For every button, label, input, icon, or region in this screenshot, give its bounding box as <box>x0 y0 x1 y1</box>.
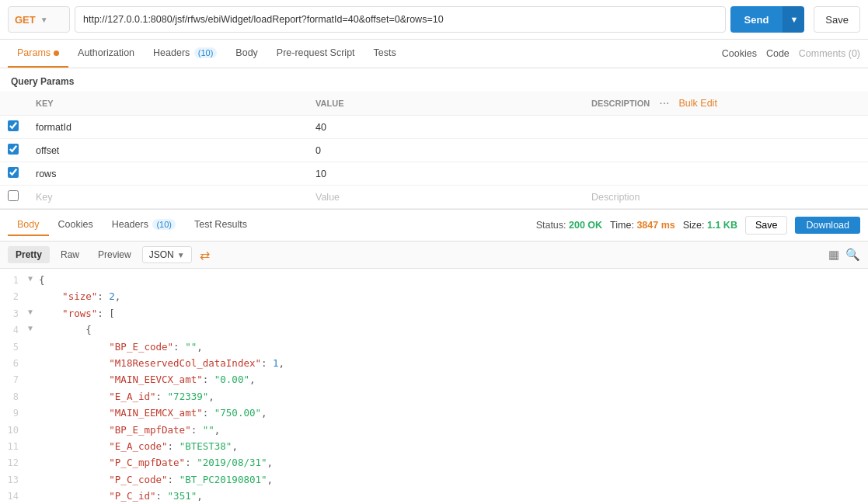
param-checkbox-empty[interactable] <box>8 190 19 201</box>
row-checkbox-cell <box>0 139 28 162</box>
json-punct: , <box>197 490 203 502</box>
save-button[interactable]: Save <box>814 6 860 33</box>
param-key-input[interactable] <box>36 145 300 156</box>
line-number: 4 <box>0 322 28 338</box>
json-punct: , <box>279 357 285 369</box>
json-text: { <box>39 322 92 338</box>
download-button[interactable]: Download <box>795 217 860 234</box>
cookies-link[interactable]: Cookies <box>722 48 757 59</box>
json-indent <box>39 391 109 402</box>
json-text: "P_C_id": "351", <box>39 488 203 504</box>
url-input[interactable] <box>75 6 726 33</box>
param-checkbox[interactable] <box>8 120 19 131</box>
fmt-select[interactable]: JSON ▼ <box>142 246 192 263</box>
param-checkbox[interactable] <box>8 144 19 155</box>
param-value-input[interactable] <box>315 122 576 133</box>
param-desc-input[interactable] <box>591 145 860 156</box>
param-key-input[interactable] <box>36 169 300 179</box>
json-text: "M18ReservedCol_dataIndex": 1, <box>39 355 284 371</box>
save-response-button[interactable]: Save <box>745 216 788 235</box>
col-description: DESCRIPTION ··· Bulk Edit <box>584 92 868 116</box>
comments-link[interactable]: Comments (0) <box>799 48 860 59</box>
json-line: 5 "BP_E_code": "", <box>0 339 868 355</box>
tab-body[interactable]: Body <box>226 40 267 68</box>
json-text: "E_A_id": "72339", <box>39 388 214 405</box>
send-button[interactable]: Send <box>730 6 783 33</box>
tab-tests[interactable]: Tests <box>364 40 406 68</box>
params-dot <box>54 50 59 56</box>
json-key: "rows" <box>62 308 97 319</box>
fmt-btn-raw[interactable]: Raw <box>53 246 87 263</box>
bulk-edit-button[interactable]: Bulk Edit <box>679 98 717 109</box>
row-desc-cell <box>584 162 868 186</box>
line-number: 7 <box>0 371 28 388</box>
col-check <box>0 92 28 116</box>
json-text: "rows": [ <box>39 305 115 322</box>
resp-tab-cookies[interactable]: Cookies <box>49 214 103 236</box>
json-key: "MAIN_EEVCX_amt" <box>109 374 202 385</box>
send-btn-group: Send ▼ <box>730 6 805 33</box>
row-desc-cell <box>584 116 868 139</box>
tab-authorization[interactable]: Authorization <box>68 40 144 68</box>
json-punct: , <box>261 407 267 419</box>
fold-arrow-icon[interactable]: ▼ <box>28 305 39 318</box>
json-string: "750.00" <box>214 407 261 419</box>
json-text: "P_C_mpfDate": "2019/08/31", <box>39 454 273 471</box>
param-key-input[interactable] <box>36 122 300 133</box>
query-params-title: Query Params <box>0 68 868 92</box>
json-punct: : <box>168 440 180 452</box>
param-desc-input[interactable] <box>591 169 860 179</box>
copy-icon[interactable]: ▦ <box>828 248 839 262</box>
json-key: "size" <box>62 290 97 302</box>
resp-time-value: 3847 ms <box>636 220 675 231</box>
line-number: 2 <box>0 288 28 304</box>
col-value: VALUE <box>308 92 584 116</box>
json-text: { <box>39 272 45 288</box>
fold-arrow-icon[interactable]: ▼ <box>28 322 39 335</box>
tab-headers[interactable]: Headers (10) <box>144 40 226 68</box>
fmt-btn-pretty[interactable]: Pretty <box>8 246 50 263</box>
send-dropdown-button[interactable]: ▼ <box>783 6 804 33</box>
json-punct: : <box>261 357 273 369</box>
row-key-cell-empty <box>28 186 308 209</box>
wrap-icon[interactable]: ⇄ <box>200 248 210 262</box>
json-number: 1 <box>273 357 279 369</box>
param-value-input[interactable] <box>315 145 576 156</box>
resp-tab-test-results-label: Test Results <box>194 219 247 230</box>
json-indent <box>39 374 109 385</box>
description-label: DESCRIPTION <box>591 99 650 108</box>
param-checkbox[interactable] <box>8 167 19 178</box>
query-params-section: Query Params KEY VALUE DESCRIPTION ··· B… <box>0 68 868 209</box>
row-key-cell <box>28 162 308 186</box>
resp-tab-headers[interactable]: Headers (10) <box>103 214 185 236</box>
json-text: "MAIN_EEMCX_amt": "750.00", <box>39 405 267 421</box>
line-number: 6 <box>0 355 28 371</box>
json-punct: : <box>156 391 168 402</box>
resp-right: Status: 200 OK Time: 3847 ms Size: 1.1 K… <box>536 216 860 235</box>
resp-tab-test-results[interactable]: Test Results <box>185 214 256 236</box>
search-icon[interactable]: 🔍 <box>845 248 860 262</box>
json-number: 2 <box>109 290 115 302</box>
format-bar: Pretty Raw Preview JSON ▼ ⇄ ▦ 🔍 <box>0 242 868 269</box>
tab-pre-request[interactable]: Pre-request Script <box>267 40 364 68</box>
fold-arrow-icon[interactable]: ▼ <box>28 272 39 285</box>
fmt-select-arrow-icon: ▼ <box>177 251 185 259</box>
resp-tab-cookies-label: Cookies <box>58 219 93 230</box>
fmt-btn-preview[interactable]: Preview <box>90 246 139 263</box>
param-desc-input-empty[interactable] <box>591 192 860 203</box>
more-options-button[interactable]: ··· <box>656 96 672 110</box>
param-value-input[interactable] <box>315 169 576 179</box>
line-number: 5 <box>0 339 28 355</box>
json-bracket: { <box>85 324 92 335</box>
resp-tab-body[interactable]: Body <box>8 214 49 236</box>
method-select[interactable]: GET ▼ <box>8 6 70 33</box>
tab-body-label: Body <box>235 47 258 58</box>
param-key-input-empty[interactable] <box>36 192 300 203</box>
code-link[interactable]: Code <box>766 48 790 59</box>
tab-pre-request-label: Pre-request Script <box>277 47 355 58</box>
param-value-input-empty[interactable] <box>315 192 576 203</box>
tab-params[interactable]: Params <box>8 40 68 68</box>
param-desc-input[interactable] <box>591 122 860 133</box>
json-punct: : <box>156 490 168 502</box>
json-punct: , <box>232 440 238 452</box>
